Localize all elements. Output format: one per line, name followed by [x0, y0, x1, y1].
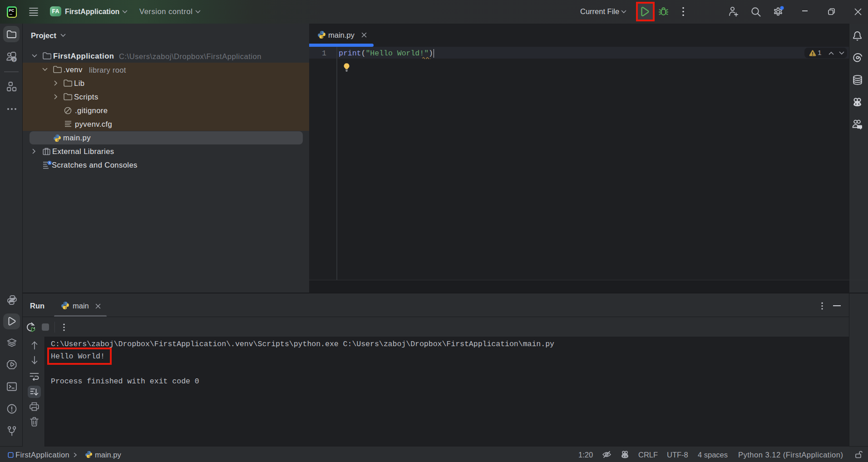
- svg-text:?: ?: [13, 57, 15, 62]
